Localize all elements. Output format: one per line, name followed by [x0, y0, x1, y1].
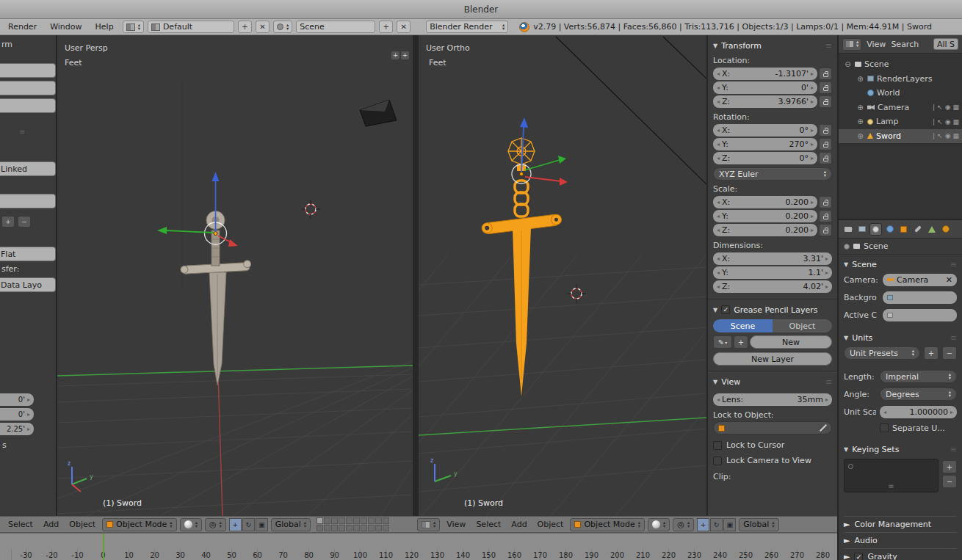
stepper-left-icon[interactable]: ◂ — [717, 269, 720, 276]
rotate-manipulator-icon[interactable]: ↻ — [710, 518, 723, 531]
tool-button[interactable] — [0, 194, 56, 208]
tab-scene[interactable] — [869, 223, 882, 236]
tool-button[interactable] — [0, 63, 56, 78]
stepper-left-icon[interactable]: ◂ — [717, 396, 720, 403]
gravity-panel-header[interactable]: ► ✓ Gravity — [844, 548, 957, 560]
clear-icon[interactable]: ✕ — [946, 275, 952, 285]
info-menu-item[interactable]: Window — [45, 22, 87, 32]
gp-new-layer-button[interactable]: New Layer — [713, 352, 832, 366]
stepper-right-icon[interactable]: ▸ — [811, 213, 814, 219]
lock-camera-row[interactable]: Lock Camera to View — [713, 453, 832, 468]
grease-pencil-panel-header[interactable]: ▼ ✓ Grease Pencil Layers — [713, 303, 832, 316]
transform-manipulator[interactable] — [157, 172, 238, 247]
tool-button[interactable] — [0, 81, 56, 95]
stepper-right-icon[interactable]: ▸ — [811, 199, 814, 206]
shading-dropdown[interactable]: ▴▾ — [648, 518, 670, 531]
collapse-expander-icon[interactable]: ⊖ — [844, 60, 852, 68]
selectable-icon[interactable]: ↖ — [937, 118, 943, 126]
expand-expander-icon[interactable]: ⊕ — [856, 117, 864, 126]
stepper-right-icon[interactable]: ▸ — [811, 70, 814, 77]
keying-sets-panel-header[interactable]: ▼ Keying Sets ≡ — [844, 443, 957, 456]
cursor-3d[interactable] — [301, 200, 320, 219]
stepper-right-icon[interactable]: ▸ — [27, 411, 30, 418]
tab-render[interactable] — [842, 223, 854, 236]
screen-layout-dropdown[interactable]: Default — [148, 21, 234, 33]
stepper-left-icon[interactable]: ◂ — [883, 409, 886, 415]
pin-icon[interactable] — [844, 244, 850, 250]
close-scene-button[interactable]: ✕ — [397, 21, 411, 33]
stepper-right-icon[interactable]: ▸ — [811, 227, 814, 233]
viewport-menu-item[interactable]: Add — [40, 520, 62, 529]
scene-dropdown[interactable]: Scene — [296, 21, 375, 33]
unit-presets-dropdown[interactable]: Unit Presets ▴▾ — [844, 346, 920, 360]
tab-object[interactable] — [897, 223, 910, 236]
lock-icon[interactable] — [819, 124, 832, 137]
tab-world[interactable] — [883, 223, 896, 236]
stepper-right-icon[interactable]: ▸ — [825, 396, 828, 403]
gp-source-scene-tab[interactable]: Scene — [713, 319, 773, 332]
stepper-left-icon[interactable]: ◂ — [717, 155, 720, 161]
rotation-number-field[interactable]: ◂ Z:0° ▸ — [713, 152, 817, 164]
tree-item-sword[interactable]: ⊕ Sword | ↖ ◉ ▦ — [839, 129, 962, 144]
viewport-menu-item[interactable]: Object — [534, 520, 568, 529]
stepper-left-icon[interactable]: ◂ — [717, 199, 720, 206]
pivot-dropdown[interactable]: ◎ ▴▾ — [205, 518, 226, 531]
lock-icon[interactable] — [819, 152, 832, 164]
stepper-right-icon[interactable]: ▸ — [811, 84, 814, 91]
rotation-number-field[interactable]: ◂ Y:270° ▸ — [713, 138, 817, 150]
lock-icon[interactable] — [819, 224, 832, 236]
mode-dropdown[interactable]: Object Mode ▴▾ — [102, 518, 177, 531]
add-layout-button[interactable]: + — [238, 21, 252, 33]
scene-panel-header[interactable]: ▼ Scene ≡ — [844, 258, 957, 271]
toolshelf-number-field[interactable]: 0' ▸ — [0, 408, 34, 421]
stepper-right-icon[interactable]: ▸ — [27, 396, 30, 403]
expand-expander-icon[interactable]: ⊕ — [856, 75, 864, 83]
stepper-left-icon[interactable]: ◂ — [717, 84, 720, 91]
current-frame-marker[interactable] — [103, 534, 104, 560]
gp-source-object-tab[interactable]: Object — [773, 319, 832, 332]
lock-icon[interactable] — [819, 138, 832, 150]
editor-type-button[interactable]: ▴▾ — [842, 38, 861, 51]
active-clip-field[interactable] — [883, 309, 957, 321]
shading-flat-button[interactable]: Flat — [0, 247, 56, 261]
orientation-dropdown[interactable]: Global ▴▾ — [739, 518, 778, 531]
list-resize-grip-icon[interactable]: ≡ — [888, 482, 894, 490]
dimensions-number-field[interactable]: ◂ X:3.31' ▸ — [713, 252, 832, 265]
lens-number-field[interactable]: ◂ Lens:35mm ▸ — [713, 393, 832, 406]
dimensions-number-field[interactable]: ◂ Z:4.02' ▸ — [713, 280, 832, 293]
dimensions-number-field[interactable]: ◂ Y:1.1' ▸ — [713, 266, 832, 279]
sword-object[interactable] — [181, 211, 252, 386]
rotate-manipulator-icon[interactable]: ↻ — [242, 518, 255, 531]
renderability-icon[interactable]: ▦ — [952, 118, 959, 126]
scale-number-field[interactable]: ◂ Z:0.200 ▸ — [713, 224, 817, 236]
visibility-eye-icon[interactable]: ◉ — [945, 132, 951, 139]
viewport-menu-item[interactable]: View — [443, 520, 469, 529]
cursor-3d[interactable] — [567, 284, 586, 303]
editor-type-button[interactable]: ▴▾ — [123, 21, 144, 33]
tool-mini-button[interactable]: + — [1, 216, 15, 228]
selectable-icon[interactable]: ↖ — [937, 132, 943, 139]
expand-expander-icon[interactable]: ⊕ — [856, 132, 864, 140]
add-preset-button[interactable]: + — [924, 346, 939, 360]
scale-number-field[interactable]: ◂ Y:0.200 ▸ — [713, 210, 817, 222]
background-set-field[interactable] — [883, 291, 957, 304]
tool-button[interactable] — [0, 98, 56, 113]
location-number-field[interactable]: ◂ Y:0' ▸ — [713, 81, 817, 94]
add-scene-button[interactable]: + — [379, 21, 393, 33]
visibility-eye-icon[interactable]: ◉ — [945, 103, 951, 111]
stepper-right-icon[interactable]: ▸ — [811, 141, 814, 148]
eyedropper-icon[interactable] — [820, 424, 827, 432]
toolshelf-number-field[interactable]: 2.25' ▸ — [0, 423, 34, 435]
lock-camera-checkbox[interactable] — [713, 457, 722, 465]
tree-item-lamp[interactable]: ⊕ Lamp | ↖ ◉ ▦ — [839, 114, 962, 129]
layer-grid[interactable] — [317, 517, 389, 531]
stepper-left-icon[interactable]: ◂ — [717, 141, 720, 148]
keying-sets-list[interactable]: ≡ — [844, 459, 939, 492]
render-engine-dropdown[interactable]: Blender Render ▴▾ — [426, 21, 508, 33]
outliner-filter-dropdown[interactable]: All S — [933, 38, 958, 50]
rotation-mode-dropdown[interactable]: XYZ Euler ▴▾ — [713, 167, 832, 181]
mode-dropdown[interactable]: Object Mode ▴▾ — [570, 518, 645, 531]
expand-expander-icon[interactable]: ⊕ — [856, 103, 864, 112]
transform-panel-header[interactable]: ▼ Transform ≡ — [713, 39, 832, 52]
stepper-right-icon[interactable]: ▸ — [811, 155, 814, 161]
